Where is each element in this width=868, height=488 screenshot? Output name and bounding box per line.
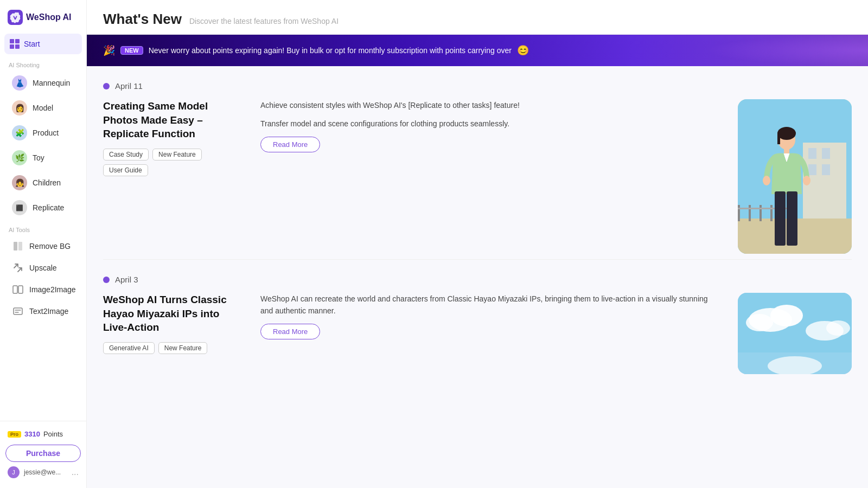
svg-point-23 [763, 176, 770, 185]
page-title: What's New [103, 11, 182, 28]
article-2-read-more[interactable]: Read More [260, 324, 320, 339]
product-label: Product [33, 129, 59, 137]
main-content: What's New Discover the latest features … [87, 0, 868, 488]
promo-banner[interactable]: 🎉 NEW Never worry about points expiring … [87, 35, 868, 66]
article-1-tag-0[interactable]: Case Study [103, 149, 149, 160]
image2image-icon [12, 284, 24, 296]
article-1-tag-1[interactable]: New Feature [152, 149, 202, 160]
upscale-label: Upscale [29, 264, 57, 272]
start-label: Start [24, 40, 40, 48]
svg-point-30 [746, 314, 773, 331]
svg-rect-16 [770, 205, 773, 221]
svg-point-20 [777, 127, 796, 140]
article-2-tag-1[interactable]: New Feature [158, 342, 208, 354]
children-label: Children [33, 178, 61, 187]
sidebar-item-start[interactable]: Start [4, 34, 82, 54]
svg-rect-15 [760, 205, 762, 221]
sidebar-item-upscale[interactable]: Upscale [3, 258, 83, 278]
sidebar-item-image2image[interactable]: Image2Image [3, 279, 83, 300]
new-badge: NEW [120, 46, 143, 55]
article-1-read-more[interactable]: Read More [260, 137, 320, 152]
upscale-icon [12, 262, 24, 274]
sidebar-item-remove-bg[interactable]: Remove BG [3, 236, 83, 256]
sidebar-item-product[interactable]: 🧩 Product [3, 121, 83, 145]
ai-shooting-section-label: AI Shooting [0, 55, 86, 70]
logo[interactable]: WeShop AI [0, 0, 86, 33]
article-1-desc1: Achieve consistent styles with WeShop AI… [260, 99, 722, 111]
user-email: jessie@we... [24, 468, 61, 476]
svg-rect-25 [775, 191, 786, 246]
sidebar-bottom: Pro 3310 Points Purchase J jessie@we... … [0, 421, 86, 483]
page-subtitle: Discover the latest features from WeShop… [189, 17, 339, 25]
points-count: 3310 [24, 430, 40, 438]
article-1-date-dot [103, 83, 110, 89]
ai-tools-section-label: AI Tools [0, 220, 86, 235]
article-2-date-dot [103, 277, 110, 283]
svg-rect-2 [18, 242, 22, 251]
svg-rect-4 [18, 286, 23, 293]
points-label: Points [43, 430, 63, 438]
svg-rect-11 [808, 164, 816, 175]
article-2-image [738, 293, 852, 374]
article-2-date-row: April 3 [103, 275, 852, 284]
remove-bg-icon [12, 240, 24, 252]
sidebar-item-replicate[interactable]: ⬛ Replicate [3, 196, 83, 220]
article-2-date: April 3 [115, 275, 138, 284]
main-scroll-area: 🎉 NEW Never worry about points expiring … [87, 35, 868, 488]
toy-label: Toy [33, 153, 44, 162]
article-2-tags: Generative AI New Feature [103, 342, 244, 354]
article-1-left: Creating Same Model Photos Made Easy – R… [103, 99, 244, 176]
children-avatar: 👧 [12, 175, 27, 190]
banner-text: Never worry about points expiring again!… [149, 46, 512, 55]
replicate-label: Replicate [33, 203, 64, 212]
sidebar-item-mannequin[interactable]: 👗 Mannequin [3, 71, 83, 95]
article-1-image [738, 99, 852, 254]
svg-rect-10 [822, 148, 830, 159]
svg-rect-9 [808, 148, 816, 159]
article-2: April 3 WeShop AI Turns Classic Hayao Mi… [87, 260, 868, 380]
svg-point-24 [803, 176, 810, 185]
svg-rect-14 [749, 205, 751, 221]
article-2-tag-0[interactable]: Generative AI [103, 342, 155, 354]
svg-rect-1 [14, 242, 17, 251]
sidebar-item-model[interactable]: 👩 Model [3, 96, 83, 120]
svg-rect-5 [14, 308, 22, 314]
article-2-title: WeShop AI Turns Classic Hayao Miyazaki I… [103, 293, 244, 335]
svg-point-32 [826, 320, 850, 336]
model-label: Model [33, 104, 53, 112]
product-avatar: 🧩 [12, 125, 27, 140]
article-1-title: Creating Same Model Photos Made Easy – R… [103, 99, 244, 141]
article-2-right: WeShop AI can recreate the world and cha… [260, 293, 722, 339]
toy-avatar: 🌿 [12, 150, 27, 165]
mannequin-avatar: 👗 [12, 75, 27, 91]
user-avatar: J [8, 466, 20, 478]
sidebar-item-toy[interactable]: 🌿 Toy [3, 146, 83, 170]
user-row[interactable]: J jessie@we... ... [5, 462, 81, 479]
article-2-desc1: WeShop AI can recreate the world and cha… [260, 293, 722, 317]
article-2-left: WeShop AI Turns Classic Hayao Miyazaki I… [103, 293, 244, 354]
more-menu-button[interactable]: ... [72, 467, 79, 477]
replicate-avatar: ⬛ [12, 200, 27, 215]
purchase-button[interactable]: Purchase [5, 445, 81, 462]
article-1-tag-2[interactable]: User Guide [103, 164, 148, 176]
page-header: What's New Discover the latest features … [87, 0, 868, 35]
image2image-label: Image2Image [29, 285, 76, 294]
svg-rect-3 [13, 286, 17, 293]
start-icon [10, 39, 20, 49]
banner-emoji-left: 🎉 [103, 44, 115, 56]
svg-rect-12 [822, 164, 830, 175]
pro-badge: Pro [8, 431, 21, 438]
article-1-tags: Case Study New Feature User Guide [103, 149, 244, 176]
article-1-date-row: April 11 [103, 81, 852, 91]
remove-bg-label: Remove BG [29, 242, 71, 251]
article-1-right: Achieve consistent styles with WeShop AI… [260, 99, 722, 152]
banner-emoji-right: 😊 [517, 44, 529, 56]
sidebar-item-children[interactable]: 👧 Children [3, 171, 83, 195]
svg-rect-13 [738, 205, 740, 221]
article-1: April 11 Creating Same Model Photos Made… [87, 66, 868, 259]
sidebar-item-text2image[interactable]: Text2Image [3, 301, 83, 322]
article-1-layout: Creating Same Model Photos Made Easy – R… [103, 99, 852, 254]
sidebar: WeShop AI Start AI Shooting 👗 Mannequin … [0, 0, 87, 488]
logo-text: WeShop AI [26, 12, 72, 22]
article-2-layout: WeShop AI Turns Classic Hayao Miyazaki I… [103, 293, 852, 374]
